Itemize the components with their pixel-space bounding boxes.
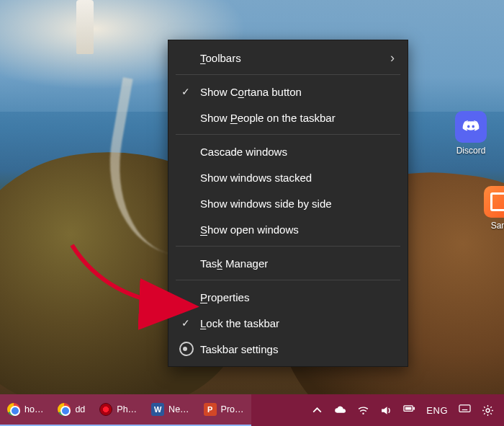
menu-item-task-manager[interactable]: Task Manager [168, 250, 408, 276]
tray-settings-icon[interactable] [482, 404, 494, 417]
menu-label: Lock the taskbar [200, 317, 279, 329]
powerpoint-icon: P [204, 403, 217, 416]
taskbar-item-word[interactable]: W Ne… [144, 394, 196, 426]
menu-item-show-open-windows[interactable]: Show open windows [168, 216, 408, 242]
menu-separator [176, 246, 400, 247]
menu-item-cascade[interactable]: Cascade windows [168, 138, 408, 164]
tray-language[interactable]: ENG [426, 405, 448, 416]
menu-item-show-people[interactable]: Show People on the taskbar [168, 105, 408, 130]
chrome-icon [58, 403, 71, 416]
word-icon: W [151, 403, 164, 416]
menu-separator [176, 74, 400, 75]
desktop-icon-samsung[interactable]: Sam [477, 186, 504, 231]
taskbar-item-label: Ph… [117, 404, 137, 414]
menu-label: Show Cortana button [200, 86, 302, 98]
tray-battery-icon[interactable] [403, 404, 415, 417]
menu-separator [176, 280, 400, 280]
menu-item-show-cortana[interactable]: Show Cortana button [168, 79, 408, 105]
svg-point-0 [363, 412, 364, 414]
menu-label: Show windows side by side [200, 198, 332, 210]
tray-onedrive-icon[interactable] [334, 404, 346, 417]
menu-item-toolbars[interactable]: Toolbars [168, 45, 408, 71]
desktop: Discord Sam Toolbars Show Cortana button… [0, 0, 504, 426]
taskbar-item-label: Ne… [168, 404, 189, 414]
menu-item-properties[interactable]: Properties [168, 284, 408, 310]
taskbar-item-label: Pro… [221, 404, 244, 414]
menu-label: Task Manager [200, 257, 268, 270]
svg-point-10 [486, 409, 490, 412]
wallpaper-lighthouse [76, 0, 94, 54]
taskbar[interactable]: ho… dd Ph… W Ne… P Pro… [0, 394, 504, 426]
desktop-icon-label: Sam [477, 221, 504, 231]
tray-wifi-icon[interactable] [357, 404, 369, 417]
menu-item-stacked[interactable]: Show windows stacked [168, 164, 408, 190]
svg-rect-2 [413, 407, 415, 409]
menu-label: Cascade windows [200, 146, 287, 158]
menu-label: Taskbar settings [200, 343, 278, 355]
menu-separator [176, 134, 400, 135]
menu-item-taskbar-settings[interactable]: Taskbar settings [168, 336, 408, 362]
tray-volume-icon[interactable] [380, 404, 392, 417]
svg-rect-4 [459, 404, 470, 411]
taskbar-context-menu: Toolbars Show Cortana button Show People… [168, 40, 408, 367]
taskbar-item-opera[interactable]: Ph… [92, 394, 144, 426]
menu-label: Show People on the taskbar [200, 112, 336, 124]
tray-chevron-up-icon[interactable] [311, 404, 323, 417]
system-tray: ENG [307, 404, 504, 417]
menu-item-lock-taskbar[interactable]: Lock the taskbar [168, 310, 408, 336]
samsung-icon [484, 186, 504, 218]
tray-touch-keyboard-icon[interactable] [459, 404, 471, 417]
menu-label: Toolbars [200, 52, 241, 64]
chrome-icon [7, 403, 20, 416]
menu-label: Show windows stacked [200, 172, 312, 184]
opera-icon [99, 403, 112, 416]
desktop-icon-label: Discord [448, 146, 494, 156]
taskbar-item-label: dd [75, 404, 85, 414]
menu-label: Show open windows [200, 223, 299, 236]
taskbar-item-powerpoint[interactable]: P Pro… [197, 394, 251, 426]
taskbar-item-chrome[interactable]: ho… [0, 394, 50, 426]
svg-rect-3 [405, 407, 411, 409]
discord-icon [455, 111, 487, 143]
menu-item-side-by-side[interactable]: Show windows side by side [168, 190, 408, 216]
desktop-icon-discord[interactable]: Discord [448, 111, 494, 156]
taskbar-item-chrome-2[interactable]: dd [50, 394, 92, 426]
taskbar-item-label: ho… [24, 404, 43, 414]
menu-label: Properties [200, 291, 249, 303]
